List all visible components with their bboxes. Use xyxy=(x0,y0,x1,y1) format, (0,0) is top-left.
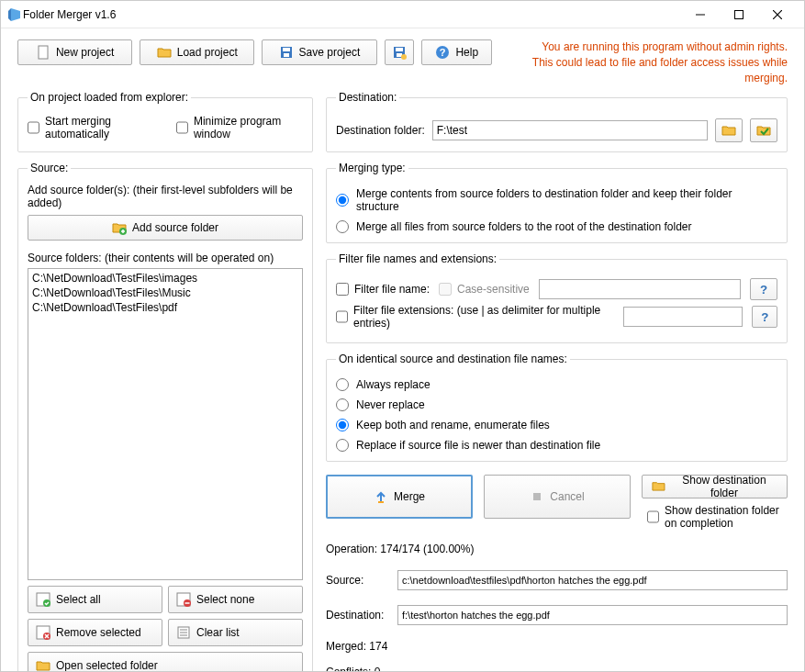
merge-to-root-radio[interactable]: Merge all files from source folders to t… xyxy=(336,220,777,233)
filter-name-input[interactable] xyxy=(539,279,741,299)
folder-open-icon xyxy=(652,479,665,494)
radio-label: Merge all files from source folders to t… xyxy=(356,220,692,233)
add-source-folder-button[interactable]: Add source folder xyxy=(28,215,303,241)
clear-icon xyxy=(176,625,191,640)
stop-icon xyxy=(530,489,544,504)
filter-file-name-checkbox[interactable]: Filter file name: xyxy=(336,283,430,296)
merging-type-group: Merging type: Merge contents from source… xyxy=(326,162,788,243)
merge-keep-structure-radio[interactable]: Merge contents from source folders to de… xyxy=(336,187,777,213)
button-label: Show destination folder xyxy=(671,474,777,499)
destination-folder-input[interactable] xyxy=(432,120,708,140)
action-row: Merge Cancel Show destination folder Sho… xyxy=(326,475,788,530)
svg-rect-32 xyxy=(533,493,541,500)
show-destination-button[interactable]: Show destination folder xyxy=(642,475,788,498)
button-label: Remove selected xyxy=(56,626,141,639)
start-merging-auto-checkbox[interactable]: Start merging automatically xyxy=(28,115,160,140)
filter-file-extensions-checkbox[interactable]: Filter file extensions: (use | as delimi… xyxy=(336,304,614,330)
help-icon: ? xyxy=(761,310,768,324)
operation-status: Operation: 174/174 (100.00%) xyxy=(326,543,788,555)
maximize-button[interactable] xyxy=(720,2,758,28)
cancel-button[interactable]: Cancel xyxy=(484,475,631,519)
button-label: Select all xyxy=(56,593,101,606)
always-replace-radio[interactable]: Always replace xyxy=(336,378,777,391)
source-label: Source: xyxy=(326,574,390,587)
confirm-destination-button[interactable] xyxy=(750,118,777,142)
keep-both-rename-radio[interactable]: Keep both and rename, enumerate files xyxy=(336,419,777,431)
source-folders-label: Source folders: (their contents will be … xyxy=(28,252,303,264)
identical-names-group: On identical source and destination file… xyxy=(326,353,788,462)
radio-label: Keep both and rename, enumerate files xyxy=(356,419,550,431)
svg-text:?: ? xyxy=(440,47,446,58)
replace-if-newer-radio[interactable]: Replace if source file is newer than des… xyxy=(336,439,777,452)
browse-destination-button[interactable] xyxy=(715,118,743,142)
source-folders-listbox[interactable]: C:\NetDownload\TestFiles\images C:\NetDo… xyxy=(28,268,303,580)
filter-name-help-button[interactable]: ? xyxy=(750,278,777,300)
button-label: Load project xyxy=(177,46,238,59)
destination-label: Destination folder: xyxy=(336,124,425,137)
destination-label: Destination: xyxy=(326,609,390,622)
folder-open-icon xyxy=(36,658,50,672)
radio-label: Replace if source file is newer than des… xyxy=(356,439,600,452)
never-replace-radio[interactable]: Never replace xyxy=(336,398,777,411)
help-button[interactable]: ? Help xyxy=(421,39,492,65)
explorer-options-group: On project loaded from explorer: Start m… xyxy=(17,91,313,152)
list-item[interactable]: C:\NetDownload\TestFiles\pdf xyxy=(30,300,300,315)
button-label: Clear list xyxy=(196,626,240,639)
save-icon xyxy=(279,45,294,60)
svg-rect-3 xyxy=(735,10,744,18)
select-none-button[interactable]: Select none xyxy=(168,586,303,613)
merge-arrow-icon xyxy=(374,489,388,504)
button-label: Save project xyxy=(299,46,361,59)
minimize-window-checkbox[interactable]: Minimize program window xyxy=(176,115,303,140)
button-label: Open selected folder xyxy=(56,659,158,672)
group-legend: On project loaded from explorer: xyxy=(28,91,191,104)
select-all-button[interactable]: Select all xyxy=(28,586,162,613)
svg-marker-0 xyxy=(11,8,20,21)
load-project-button[interactable]: Load project xyxy=(140,39,254,65)
checkbox-label: Show destination folder on completion xyxy=(665,504,788,530)
button-label: Add source folder xyxy=(132,221,218,234)
case-sensitive-checkbox[interactable]: Case-sensitive xyxy=(439,283,530,296)
radio-label: Always replace xyxy=(356,378,430,391)
new-file-icon xyxy=(36,45,50,60)
show-on-completion-checkbox[interactable]: Show destination folder on completion xyxy=(647,504,788,530)
radio-label: Never replace xyxy=(356,398,425,411)
help-icon: ? xyxy=(435,45,450,60)
save-as-button[interactable] xyxy=(385,39,415,65)
toolbar: New project Load project Save project ? … xyxy=(1,28,804,91)
close-button[interactable] xyxy=(758,2,797,28)
folder-add-icon xyxy=(112,220,127,235)
list-item[interactable]: C:\NetDownload\TestFiles\images xyxy=(30,271,300,286)
save-project-button[interactable]: Save project xyxy=(262,39,376,65)
list-item[interactable]: C:\NetDownload\TestFiles\Music xyxy=(30,286,300,300)
merged-count: Merged: 174 xyxy=(326,640,788,653)
svg-rect-8 xyxy=(283,48,290,51)
remove-selected-button[interactable]: Remove selected xyxy=(28,619,162,646)
button-label: Merge xyxy=(394,490,425,503)
open-selected-folder-button[interactable]: Open selected folder xyxy=(28,652,303,672)
button-label: Select none xyxy=(196,593,254,606)
new-project-button[interactable]: New project xyxy=(17,39,132,65)
warning-line: This could lead to file and folder acces… xyxy=(500,55,788,86)
checkbox-label: Minimize program window xyxy=(194,115,303,140)
button-label: Cancel xyxy=(550,490,584,503)
radio-label: Merge contents from source folders to de… xyxy=(356,187,777,213)
group-legend: Merging type: xyxy=(336,162,408,174)
filter-extensions-input[interactable] xyxy=(623,307,743,327)
checkbox-label: Case-sensitive xyxy=(457,283,530,296)
group-legend: Source: xyxy=(28,162,71,174)
admin-warning: You are running this program without adm… xyxy=(500,39,788,85)
svg-point-13 xyxy=(401,54,407,60)
app-icon xyxy=(8,7,23,22)
operation-source-input xyxy=(397,570,788,590)
filter-ext-help-button[interactable]: ? xyxy=(752,306,777,328)
operation-destination-input xyxy=(397,605,788,625)
warning-line: You are running this program without adm… xyxy=(500,39,788,55)
remove-icon xyxy=(36,625,50,640)
clear-list-button[interactable]: Clear list xyxy=(168,619,303,646)
minimize-button[interactable] xyxy=(681,2,720,28)
svg-rect-9 xyxy=(284,53,289,57)
help-icon: ? xyxy=(760,283,767,297)
conflicts-count: Conflicts: 0 xyxy=(326,666,788,672)
merge-button[interactable]: Merge xyxy=(326,475,473,519)
